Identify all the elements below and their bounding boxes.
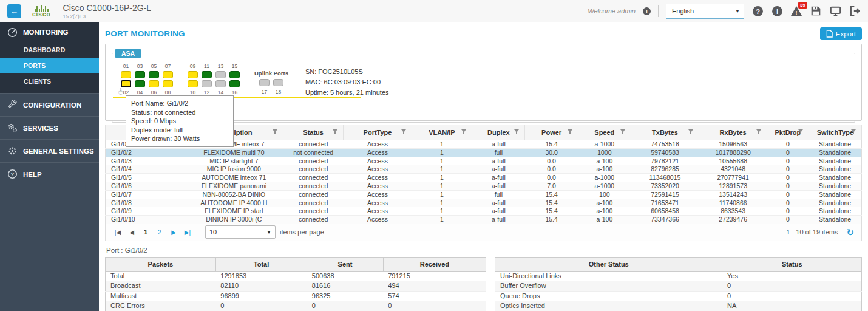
table-row[interactable]: Gi1/0/4MIC IP fusion 9000connectedAccess… — [106, 165, 862, 174]
table-row: Optics InsertedNA — [495, 301, 862, 311]
table-row[interactable]: Gi1/0/6FLEXIDOME panoramiconnectedAccess… — [106, 182, 862, 190]
port-08[interactable] — [163, 80, 173, 87]
sidebar-item-monitoring[interactable]: MONITORING — [0, 22, 99, 42]
refresh-button[interactable]: ↻ — [846, 228, 854, 237]
page-2-button[interactable]: 2 — [155, 228, 164, 236]
filter-funnel-icon[interactable] — [756, 129, 761, 134]
filter-funnel-icon[interactable] — [273, 129, 277, 134]
last-page-button[interactable]: ▶| — [183, 229, 192, 236]
sidebar-item-services[interactable]: SERVICES — [0, 116, 99, 139]
port-12[interactable] — [202, 80, 212, 87]
cell: Access — [344, 174, 412, 182]
next-page-button[interactable]: ▶ — [169, 229, 178, 236]
col-rxbytes[interactable]: RxBytes — [699, 125, 767, 140]
port-01[interactable] — [121, 71, 131, 78]
filter-funnel-icon[interactable] — [688, 129, 693, 134]
port-06[interactable] — [149, 80, 159, 87]
chevron-down-icon: ▼ — [735, 9, 740, 14]
cell: 8633543 — [699, 207, 767, 216]
port-10[interactable] — [188, 80, 198, 87]
filter-funnel-icon[interactable] — [620, 129, 625, 134]
welcome-text: Welcome admin — [588, 7, 636, 15]
cell: FLEXIDOME panorami — [185, 182, 283, 190]
col-vlanip[interactable]: VLAN/IP — [412, 125, 472, 140]
page-1-button[interactable]: 1 — [141, 228, 151, 236]
port-02[interactable] — [121, 80, 131, 87]
prev-page-button[interactable]: ◀ — [127, 229, 137, 236]
cell: 1 — [412, 157, 472, 165]
cell: 96325 — [307, 291, 383, 301]
col-txbytes[interactable]: TxBytes — [631, 125, 699, 140]
header-divider — [658, 5, 659, 17]
table-row[interactable]: Gi1/0/5AUTODOME inteox 71connectedAccess… — [106, 174, 862, 182]
col-switchtype[interactable]: SwitchType — [809, 125, 861, 140]
cell: Access — [344, 199, 412, 207]
col-duplex[interactable]: Duplex — [472, 125, 525, 140]
system-monitor-icon[interactable] — [829, 5, 841, 17]
filter-funnel-icon[interactable] — [851, 129, 856, 134]
col-status[interactable]: Status — [283, 125, 344, 140]
port-05[interactable] — [149, 71, 159, 78]
cell: Access — [344, 190, 412, 199]
col-power[interactable]: Power — [525, 125, 578, 140]
cell: Access — [344, 140, 412, 149]
col-pktdrop[interactable]: PktDrop — [767, 125, 809, 140]
table-row[interactable]: Gi1/0/3MIC IP starlight 7connectedAccess… — [106, 157, 862, 165]
sidebar-item-ports[interactable]: PORTS — [0, 58, 99, 73]
packets-table-body: Total1291853500638791215Broadcast8211081… — [106, 271, 486, 311]
sidebar-item-configuration[interactable]: CONFIGURATION — [0, 93, 99, 116]
page-size-select[interactable]: 10 ▼ — [205, 225, 276, 239]
svg-text:?: ? — [755, 7, 759, 15]
filter-funnel-icon[interactable] — [333, 129, 337, 134]
help-icon[interactable]: ? — [751, 5, 764, 17]
cell: 1000 — [578, 148, 631, 157]
port-number-label: 14 — [215, 89, 226, 95]
sidebar-item-dashboard[interactable]: DASHBOARD — [0, 42, 99, 58]
col-packets: Packets — [106, 257, 216, 271]
uplink-port-18[interactable] — [273, 79, 283, 86]
cell: Gi1/0/6 — [106, 182, 185, 190]
alerts-icon[interactable]: ! 39 — [790, 5, 802, 17]
filter-funnel-icon[interactable] — [401, 129, 406, 134]
table-row[interactable]: Gi1/0/8AUTODOME IP 4000 HconnectedAccess… — [106, 199, 862, 207]
filter-funnel-icon[interactable] — [568, 129, 572, 134]
alert-badge: 39 — [798, 2, 807, 9]
filter-funnel-icon[interactable] — [514, 129, 519, 134]
port-09[interactable] — [188, 71, 198, 78]
table-row: Multicast9689996325574 — [106, 291, 486, 301]
sidebar-item-help[interactable]: ? HELP — [0, 162, 99, 185]
sidebar-item-general-settings[interactable]: GENERAL SETTINGS — [0, 139, 99, 162]
uplink-port-17[interactable] — [259, 79, 270, 86]
logout-icon[interactable] — [849, 5, 861, 17]
col-speed[interactable]: Speed — [578, 125, 631, 140]
sidebar-item-clients[interactable]: CLIENTS — [0, 73, 99, 89]
back-button[interactable]: ← — [7, 4, 21, 18]
info-icon[interactable]: i — [771, 5, 783, 17]
export-button[interactable]: Export — [820, 27, 862, 40]
table-row[interactable]: Gi1/0/9FLEXIDOME IP starlconnectedAccess… — [106, 207, 862, 216]
table-row[interactable]: Gi1/0/2FLEXIDOME multi 70not connectedAc… — [106, 148, 862, 157]
port-03[interactable] — [135, 71, 145, 78]
port-11[interactable] — [202, 71, 212, 78]
port-13[interactable] — [215, 71, 226, 78]
cell: 1 — [412, 165, 472, 174]
port-04[interactable] — [135, 80, 145, 87]
filter-funnel-icon[interactable] — [461, 129, 466, 134]
language-select[interactable]: English ▼ — [666, 4, 744, 19]
port-14[interactable] — [215, 80, 226, 87]
help-circle-icon: ? — [7, 169, 18, 179]
first-page-button[interactable]: |◀ — [113, 229, 123, 236]
asa-chip[interactable]: ASA — [115, 49, 141, 58]
col-porttype[interactable]: PortType — [344, 125, 412, 140]
filter-funnel-icon[interactable] — [798, 129, 803, 134]
port-07[interactable] — [163, 71, 173, 78]
save-config-icon[interactable] — [810, 5, 822, 17]
port-15[interactable] — [229, 71, 240, 78]
export-label: Export — [836, 30, 856, 38]
svg-text:i: i — [776, 7, 778, 15]
user-info-icon[interactable]: i — [643, 7, 651, 15]
table-row[interactable]: Gi1/0/10DINION IP 3000i (CconnectedAcces… — [106, 216, 862, 224]
port-16[interactable] — [229, 80, 240, 87]
port-number-label: 18 — [273, 89, 283, 95]
table-row[interactable]: Gi1/0/7NBN-80052-BA DINIOconnectedAccess… — [106, 190, 862, 199]
